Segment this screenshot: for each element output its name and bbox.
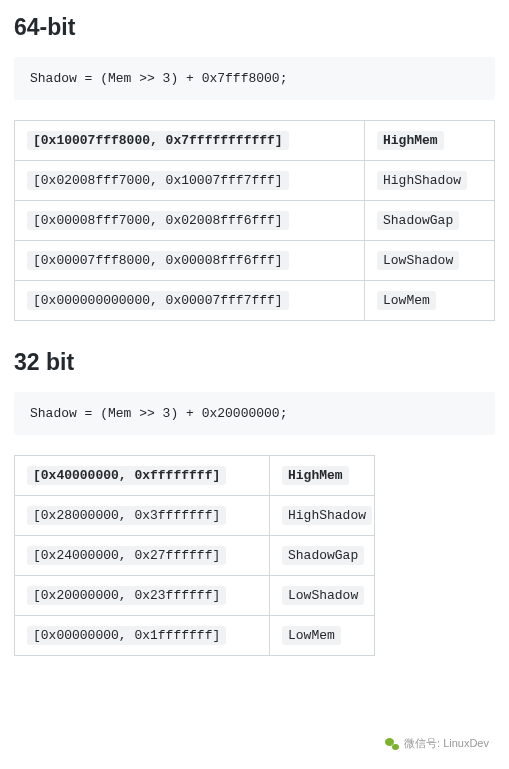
name-cell: ShadowGap <box>270 536 375 576</box>
code-32bit: Shadow = (Mem >> 3) + 0x20000000; <box>14 392 495 435</box>
name-cell: LowShadow <box>365 241 495 281</box>
range-cell: [0x10007fff8000, 0x7fffffffffff] <box>15 121 365 161</box>
name-chip: HighMem <box>282 466 349 485</box>
table-row: [0x40000000, 0xffffffff] HighMem <box>15 456 375 496</box>
range-cell: [0x28000000, 0x3fffffff] <box>15 496 270 536</box>
range-chip: [0x00008fff7000, 0x02008fff6fff] <box>27 211 289 230</box>
range-chip: [0x24000000, 0x27ffffff] <box>27 546 226 565</box>
range-chip: [0x00007fff8000, 0x00008fff6fff] <box>27 251 289 270</box>
code-64bit: Shadow = (Mem >> 3) + 0x7fff8000; <box>14 57 495 100</box>
name-cell: LowShadow <box>270 576 375 616</box>
range-chip: [0x28000000, 0x3fffffff] <box>27 506 226 525</box>
range-cell: [0x000000000000, 0x00007fff7fff] <box>15 281 365 321</box>
table-row: [0x20000000, 0x23ffffff] LowShadow <box>15 576 375 616</box>
table-row: [0x00000000, 0x1fffffff] LowMem <box>15 616 375 656</box>
range-chip: [0x02008fff7000, 0x10007fff7fff] <box>27 171 289 190</box>
range-chip: [0x20000000, 0x23ffffff] <box>27 586 226 605</box>
table-row: [0x00007fff8000, 0x00008fff6fff] LowShad… <box>15 241 495 281</box>
footer-credit: 微信号: LinuxDev <box>385 736 489 751</box>
name-cell: HighShadow <box>270 496 375 536</box>
name-cell: HighMem <box>365 121 495 161</box>
footer-label: 微信号: LinuxDev <box>404 737 489 749</box>
wechat-icon <box>385 738 399 750</box>
table-32bit: [0x40000000, 0xffffffff] HighMem [0x2800… <box>14 455 375 656</box>
page: { "section64": { "heading": "64-bit", "c… <box>14 14 495 755</box>
name-chip: HighShadow <box>377 171 467 190</box>
name-chip: LowMem <box>282 626 341 645</box>
table-row: [0x10007fff8000, 0x7fffffffffff] HighMem <box>15 121 495 161</box>
range-cell: [0x40000000, 0xffffffff] <box>15 456 270 496</box>
name-chip: LowShadow <box>377 251 459 270</box>
name-cell: HighShadow <box>365 161 495 201</box>
range-chip: [0x00000000, 0x1fffffff] <box>27 626 226 645</box>
name-cell: HighMem <box>270 456 375 496</box>
name-cell: LowMem <box>270 616 375 656</box>
range-cell: [0x24000000, 0x27ffffff] <box>15 536 270 576</box>
range-chip: [0x000000000000, 0x00007fff7fff] <box>27 291 289 310</box>
name-chip: ShadowGap <box>377 211 459 230</box>
table-64bit: [0x10007fff8000, 0x7fffffffffff] HighMem… <box>14 120 495 321</box>
heading-64bit: 64-bit <box>14 14 495 41</box>
name-chip: HighShadow <box>282 506 372 525</box>
range-cell: [0x20000000, 0x23ffffff] <box>15 576 270 616</box>
table-row: [0x28000000, 0x3fffffff] HighShadow <box>15 496 375 536</box>
name-chip: LowMem <box>377 291 436 310</box>
range-cell: [0x00007fff8000, 0x00008fff6fff] <box>15 241 365 281</box>
name-cell: LowMem <box>365 281 495 321</box>
range-cell: [0x00000000, 0x1fffffff] <box>15 616 270 656</box>
name-chip: ShadowGap <box>282 546 364 565</box>
range-cell: [0x00008fff7000, 0x02008fff6fff] <box>15 201 365 241</box>
name-cell: ShadowGap <box>365 201 495 241</box>
name-chip: LowShadow <box>282 586 364 605</box>
table-row: [0x24000000, 0x27ffffff] ShadowGap <box>15 536 375 576</box>
name-chip: HighMem <box>377 131 444 150</box>
table-row: [0x02008fff7000, 0x10007fff7fff] HighSha… <box>15 161 495 201</box>
table-row: [0x000000000000, 0x00007fff7fff] LowMem <box>15 281 495 321</box>
heading-32bit: 32 bit <box>14 349 495 376</box>
range-chip: [0x10007fff8000, 0x7fffffffffff] <box>27 131 289 150</box>
range-cell: [0x02008fff7000, 0x10007fff7fff] <box>15 161 365 201</box>
range-chip: [0x40000000, 0xffffffff] <box>27 466 226 485</box>
table-row: [0x00008fff7000, 0x02008fff6fff] ShadowG… <box>15 201 495 241</box>
